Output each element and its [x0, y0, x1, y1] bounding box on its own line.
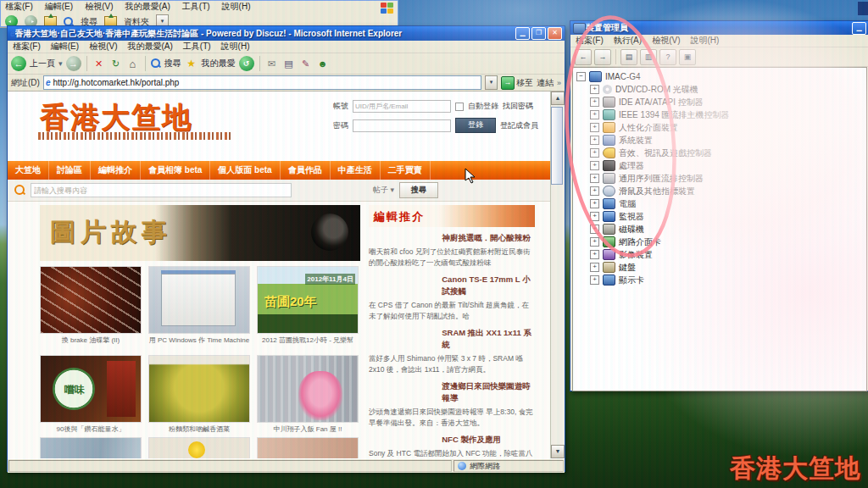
nav-tab[interactable]: 大笪地	[8, 161, 49, 180]
close-button[interactable]: ✕	[548, 27, 562, 40]
expand-icon[interactable]: +	[590, 85, 599, 94]
scroll-down-arrow[interactable]: ▼	[551, 445, 565, 458]
site-search-input[interactable]	[31, 183, 292, 197]
expand-icon[interactable]: +	[590, 97, 599, 107]
menu-item[interactable]: 工具(T)	[183, 41, 211, 53]
search-scope-dropdown[interactable]: 帖子 ▾	[373, 185, 394, 196]
story-item[interactable]: 苗圃20年 2012年11月4日 2012 苗圃挑戰12小時 - 兄樂幫	[257, 266, 359, 348]
ie-titlebar[interactable]: e 香港大笪地·自己友天地·香港中產玩樂生活討論區 - Powered by D…	[8, 26, 565, 41]
maximize-button[interactable]: ❐	[531, 27, 546, 40]
photo-story-banner[interactable]: 圖片故事	[40, 205, 360, 261]
nav-tab[interactable]: 會員相簿 beta	[141, 161, 210, 180]
messenger-icon[interactable]: ☻	[316, 57, 330, 70]
story-item[interactable]: 嚐味 90後與「鑽石能量水」	[40, 355, 142, 437]
device-category-row[interactable]: + DVD/CD-ROM 光碟機	[590, 83, 866, 96]
device-category-row[interactable]: + IEEE 1394 匯流排主機控制器	[590, 108, 866, 121]
menu-item[interactable]: 說明(H)	[222, 1, 251, 13]
menu-item[interactable]: 編輯(E)	[51, 41, 79, 53]
register-link[interactable]: 登記成會員	[500, 120, 538, 131]
expand-icon[interactable]: +	[590, 250, 599, 259]
forgot-password-link[interactable]: 找回密碼	[503, 101, 533, 112]
story-caption[interactable]: 2012 苗圃挑戰12小時 - 兄樂幫	[257, 336, 359, 345]
story-thumbnail[interactable]	[148, 437, 250, 458]
menu-item[interactable]: 檢視(V)	[89, 41, 117, 53]
story-caption[interactable]: 用 PC Windows 作 Time Machine	[148, 336, 250, 345]
expand-icon[interactable]: +	[590, 212, 599, 221]
search-icon[interactable]	[151, 58, 161, 69]
help-icon[interactable]: ?	[659, 49, 676, 65]
device-category-row[interactable]: + 通用序列匯流排控制器	[590, 172, 866, 185]
device-category-row[interactable]: + 處理器	[590, 159, 866, 172]
site-search-button[interactable]: 搜尋	[399, 182, 438, 198]
menu-item[interactable]: 執行(A)	[614, 35, 642, 47]
menu-item[interactable]: 檔案(F)	[13, 41, 41, 53]
story-caption[interactable]: 中川翔子入飯 Fan 屋 !!	[257, 424, 359, 434]
properties-icon[interactable]: ▤	[620, 49, 637, 65]
device-category-row[interactable]: + 監視器	[590, 210, 866, 223]
go-button[interactable]: → 移至	[501, 76, 533, 90]
story-thumbnail[interactable]: 苗圃20年 2012年11月4日	[257, 266, 359, 334]
device-category-row[interactable]: + 鍵盤	[590, 261, 866, 274]
device-category-row[interactable]: + IDE ATA/ATAPI 控制器	[590, 96, 866, 108]
back-label[interactable]: 上一頁	[30, 58, 55, 69]
article-title[interactable]: NFC 製作及應用	[442, 434, 535, 446]
address-dropdown-icon[interactable]: ▾	[485, 75, 498, 90]
password-input[interactable]	[353, 119, 451, 132]
scroll-up-arrow[interactable]: ▲	[551, 92, 565, 105]
back-dropdown-icon[interactable]: ▾	[58, 59, 63, 68]
story-caption[interactable]: 粉麵類和啲鹹香酒菜	[148, 424, 250, 434]
menu-item[interactable]: 工具(T)	[182, 1, 210, 13]
nav-tab[interactable]: 會員作品	[281, 161, 331, 180]
article-title[interactable]: Canon TS-E 17mm L 小試接觸	[442, 274, 535, 297]
device-category-row[interactable]: + 滑鼠及其他指標裝置	[590, 185, 866, 197]
story-thumbnail[interactable]	[257, 437, 359, 458]
menu-item[interactable]: 我的最愛(A)	[127, 41, 172, 53]
device-category-row[interactable]: + 人性化介面裝置	[590, 121, 866, 134]
article-title[interactable]: 神廚挑選嘅．開心酸辣粉	[442, 232, 535, 244]
home-icon[interactable]: ⌂	[126, 57, 140, 70]
expand-icon[interactable]: +	[590, 199, 599, 208]
menu-item[interactable]: 檔案(F)	[5, 1, 33, 13]
minimize-button[interactable]: ▁	[852, 22, 866, 35]
address-input[interactable]: e http://g.hotcomarket.hk/portal.php	[43, 75, 481, 90]
story-caption[interactable]: 90後與「鑽石能量水」	[40, 424, 142, 434]
refresh-icon[interactable]: ↻	[109, 57, 123, 70]
scan-hardware-icon[interactable]: ▣	[679, 49, 696, 65]
menu-item[interactable]: 編輯(E)	[45, 1, 73, 13]
search-label[interactable]: 搜尋	[164, 58, 181, 69]
forward-icon[interactable]: →	[594, 49, 611, 65]
story-item[interactable]: 中川翔子入飯 Fan 屋 !!	[257, 355, 359, 437]
login-button[interactable]: 登錄	[455, 118, 496, 133]
expand-icon[interactable]: +	[590, 161, 599, 170]
device-category-row[interactable]: + 影像裝置	[590, 248, 866, 261]
story-item[interactable]: 用 PC Windows 作 Time Machine	[148, 266, 250, 348]
links-chevron-icon[interactable]: »	[557, 79, 561, 87]
article-title[interactable]: SRAM 推出 XX1 1x11 系統	[442, 327, 535, 351]
menu-item[interactable]: 檢視(V)	[85, 1, 113, 13]
device-category-row[interactable]: + 磁碟機	[590, 223, 866, 236]
menu-item[interactable]: 檔案(F)	[576, 35, 604, 47]
nav-tab[interactable]: 中產生活	[331, 161, 381, 180]
mail-icon[interactable]: ✉	[265, 57, 279, 70]
expand-icon[interactable]: +	[590, 110, 599, 119]
expand-icon[interactable]: +	[590, 123, 599, 132]
menu-item[interactable]: 說明(H)	[221, 41, 250, 53]
favorites-label[interactable]: 我的最愛	[202, 58, 236, 69]
nav-tab[interactable]: 二手買賣	[381, 161, 431, 180]
collapse-icon[interactable]: −	[576, 72, 586, 81]
menu-item[interactable]: 我的最愛(A)	[125, 1, 170, 13]
account-input[interactable]	[353, 100, 451, 113]
story-thumbnail[interactable]	[148, 355, 250, 423]
story-thumbnail[interactable]	[148, 266, 250, 334]
devmgr-titlebar[interactable]: 裝置管理員 ▁	[570, 21, 868, 35]
expand-icon[interactable]: +	[590, 148, 599, 158]
nav-tab[interactable]: 討論區	[49, 161, 91, 180]
edit-icon[interactable]: ✎	[299, 57, 313, 70]
scroll-thumb[interactable]	[551, 107, 563, 185]
forward-icon[interactable]: →	[66, 56, 81, 71]
expand-icon[interactable]: +	[590, 136, 599, 145]
back-icon[interactable]: ←	[575, 49, 592, 65]
auto-login-checkbox[interactable]	[455, 103, 464, 111]
nav-tab[interactable]: 個人版面 beta	[210, 161, 280, 180]
story-thumbnail[interactable]	[40, 266, 142, 334]
